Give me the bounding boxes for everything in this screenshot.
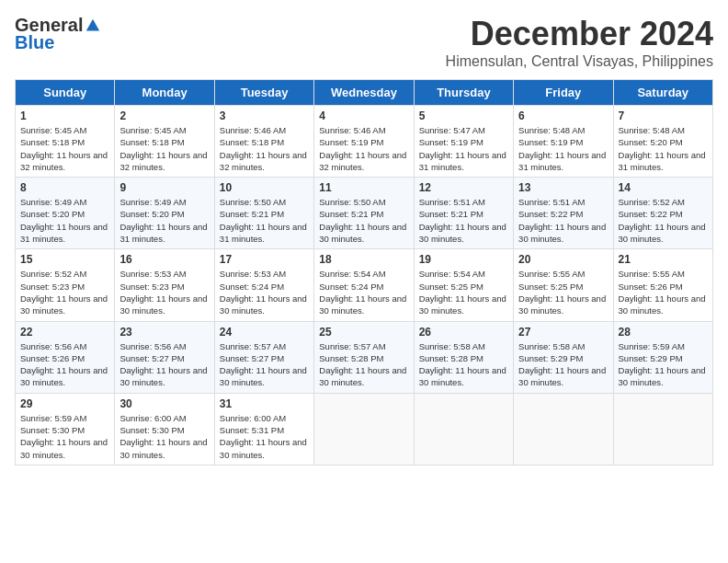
day-info: Sunrise: 5:49 AM Sunset: 5:20 PM Dayligh…: [20, 196, 109, 245]
day-number: 21: [619, 253, 708, 266]
day-info: Sunrise: 5:45 AM Sunset: 5:18 PM Dayligh…: [20, 124, 109, 173]
calendar-cell: 2 Sunrise: 5:45 AM Sunset: 5:18 PM Dayli…: [115, 106, 214, 178]
calendar-cell: 12 Sunrise: 5:51 AM Sunset: 5:21 PM Dayl…: [414, 178, 513, 249]
calendar-cell: [514, 393, 613, 465]
day-info: Sunrise: 5:50 AM Sunset: 5:21 PM Dayligh…: [319, 196, 408, 245]
calendar-cell: 13 Sunrise: 5:51 AM Sunset: 5:22 PM Dayl…: [514, 178, 613, 249]
weekday-header-friday: Friday: [514, 80, 613, 106]
calendar-cell: 9 Sunrise: 5:49 AM Sunset: 5:20 PM Dayli…: [115, 178, 214, 249]
day-number: 24: [220, 326, 309, 339]
weekday-header-sunday: Sunday: [16, 80, 115, 106]
day-info: Sunrise: 5:51 AM Sunset: 5:21 PM Dayligh…: [419, 196, 508, 245]
day-info: Sunrise: 5:52 AM Sunset: 5:22 PM Dayligh…: [619, 196, 708, 245]
calendar-week-5: 29 Sunrise: 5:59 AM Sunset: 5:30 PM Dayl…: [16, 393, 713, 465]
day-number: 8: [20, 181, 109, 194]
calendar-cell: 29 Sunrise: 5:59 AM Sunset: 5:30 PM Dayl…: [16, 393, 115, 465]
logo-icon: [85, 17, 101, 34]
day-number: 19: [419, 253, 508, 266]
day-info: Sunrise: 5:57 AM Sunset: 5:28 PM Dayligh…: [319, 340, 408, 389]
day-info: Sunrise: 5:46 AM Sunset: 5:19 PM Dayligh…: [319, 124, 408, 173]
calendar-cell: [414, 393, 513, 465]
day-info: Sunrise: 5:56 AM Sunset: 5:27 PM Dayligh…: [119, 340, 209, 389]
day-number: 10: [220, 181, 309, 194]
day-number: 13: [518, 181, 608, 194]
calendar-cell: 3 Sunrise: 5:46 AM Sunset: 5:18 PM Dayli…: [214, 106, 313, 178]
day-info: Sunrise: 6:00 AM Sunset: 5:30 PM Dayligh…: [119, 412, 209, 461]
calendar-cell: 21 Sunrise: 5:55 AM Sunset: 5:26 PM Dayl…: [613, 249, 712, 321]
day-info: Sunrise: 5:54 AM Sunset: 5:25 PM Dayligh…: [419, 268, 508, 316]
day-info: Sunrise: 5:46 AM Sunset: 5:18 PM Dayligh…: [220, 124, 309, 173]
calendar-week-3: 15 Sunrise: 5:52 AM Sunset: 5:23 PM Dayl…: [16, 249, 713, 321]
calendar-cell: 30 Sunrise: 6:00 AM Sunset: 5:30 PM Dayl…: [115, 393, 214, 465]
weekday-header-monday: Monday: [115, 80, 214, 106]
day-number: 26: [419, 326, 508, 339]
day-number: 3: [220, 109, 309, 122]
calendar-cell: 22 Sunrise: 5:56 AM Sunset: 5:26 PM Dayl…: [16, 321, 115, 393]
day-number: 7: [619, 109, 708, 122]
day-info: Sunrise: 5:59 AM Sunset: 5:30 PM Dayligh…: [20, 412, 109, 461]
calendar-cell: 31 Sunrise: 6:00 AM Sunset: 5:31 PM Dayl…: [214, 393, 313, 465]
calendar-cell: 15 Sunrise: 5:52 AM Sunset: 5:23 PM Dayl…: [16, 249, 115, 321]
day-number: 30: [119, 397, 209, 410]
day-info: Sunrise: 5:50 AM Sunset: 5:21 PM Dayligh…: [220, 196, 309, 245]
calendar-week-4: 22 Sunrise: 5:56 AM Sunset: 5:26 PM Dayl…: [16, 321, 713, 393]
day-number: 27: [518, 326, 608, 339]
calendar-cell: 28 Sunrise: 5:59 AM Sunset: 5:29 PM Dayl…: [613, 321, 712, 393]
calendar-cell: 14 Sunrise: 5:52 AM Sunset: 5:22 PM Dayl…: [613, 178, 712, 249]
title-area: December 2024 Himensulan, Central Visaya…: [446, 15, 713, 70]
calendar-cell: 11 Sunrise: 5:50 AM Sunset: 5:21 PM Dayl…: [314, 178, 414, 249]
day-info: Sunrise: 5:49 AM Sunset: 5:20 PM Dayligh…: [119, 196, 209, 245]
day-number: 25: [319, 326, 408, 339]
day-info: Sunrise: 5:54 AM Sunset: 5:24 PM Dayligh…: [319, 268, 408, 316]
calendar-cell: [613, 393, 712, 465]
day-number: 23: [119, 326, 209, 339]
svg-marker-0: [86, 18, 99, 30]
calendar-week-2: 8 Sunrise: 5:49 AM Sunset: 5:20 PM Dayli…: [16, 178, 713, 249]
calendar: SundayMondayTuesdayWednesdayThursdayFrid…: [15, 79, 713, 465]
month-title: December 2024: [446, 15, 713, 53]
logo: General Blue: [15, 15, 101, 53]
day-info: Sunrise: 5:59 AM Sunset: 5:29 PM Dayligh…: [619, 340, 708, 389]
calendar-cell: 26 Sunrise: 5:58 AM Sunset: 5:28 PM Dayl…: [414, 321, 513, 393]
weekday-header-row: SundayMondayTuesdayWednesdayThursdayFrid…: [16, 80, 713, 106]
calendar-cell: 16 Sunrise: 5:53 AM Sunset: 5:23 PM Dayl…: [115, 249, 214, 321]
day-number: 2: [119, 109, 209, 122]
day-number: 16: [119, 253, 209, 266]
day-number: 17: [220, 253, 309, 266]
calendar-cell: 6 Sunrise: 5:48 AM Sunset: 5:19 PM Dayli…: [514, 106, 613, 178]
day-info: Sunrise: 5:53 AM Sunset: 5:23 PM Dayligh…: [119, 268, 209, 316]
day-number: 28: [619, 326, 708, 339]
day-number: 20: [518, 253, 608, 266]
day-number: 9: [119, 181, 209, 194]
day-number: 18: [319, 253, 408, 266]
calendar-cell: 20 Sunrise: 5:55 AM Sunset: 5:25 PM Dayl…: [514, 249, 613, 321]
day-number: 31: [220, 397, 309, 410]
calendar-cell: 23 Sunrise: 5:56 AM Sunset: 5:27 PM Dayl…: [115, 321, 214, 393]
calendar-cell: 19 Sunrise: 5:54 AM Sunset: 5:25 PM Dayl…: [414, 249, 513, 321]
day-number: 4: [319, 109, 408, 122]
calendar-cell: [314, 393, 414, 465]
day-info: Sunrise: 5:51 AM Sunset: 5:22 PM Dayligh…: [518, 196, 608, 245]
calendar-cell: 10 Sunrise: 5:50 AM Sunset: 5:21 PM Dayl…: [214, 178, 313, 249]
weekday-header-tuesday: Tuesday: [214, 80, 313, 106]
day-number: 14: [619, 181, 708, 194]
header: General Blue December 2024 Himensulan, C…: [15, 15, 713, 70]
day-info: Sunrise: 5:45 AM Sunset: 5:18 PM Dayligh…: [119, 124, 209, 173]
day-info: Sunrise: 5:58 AM Sunset: 5:29 PM Dayligh…: [518, 340, 608, 389]
day-info: Sunrise: 5:48 AM Sunset: 5:20 PM Dayligh…: [619, 124, 708, 173]
calendar-cell: 7 Sunrise: 5:48 AM Sunset: 5:20 PM Dayli…: [613, 106, 712, 178]
calendar-cell: 18 Sunrise: 5:54 AM Sunset: 5:24 PM Dayl…: [314, 249, 414, 321]
weekday-header-saturday: Saturday: [613, 80, 712, 106]
calendar-cell: 17 Sunrise: 5:53 AM Sunset: 5:24 PM Dayl…: [214, 249, 313, 321]
calendar-cell: 8 Sunrise: 5:49 AM Sunset: 5:20 PM Dayli…: [16, 178, 115, 249]
calendar-body: 1 Sunrise: 5:45 AM Sunset: 5:18 PM Dayli…: [16, 106, 713, 465]
calendar-cell: 27 Sunrise: 5:58 AM Sunset: 5:29 PM Dayl…: [514, 321, 613, 393]
day-info: Sunrise: 6:00 AM Sunset: 5:31 PM Dayligh…: [220, 412, 309, 461]
day-info: Sunrise: 5:47 AM Sunset: 5:19 PM Dayligh…: [419, 124, 508, 173]
day-info: Sunrise: 5:57 AM Sunset: 5:27 PM Dayligh…: [220, 340, 309, 389]
day-number: 22: [20, 326, 109, 339]
day-number: 6: [518, 109, 608, 122]
weekday-header-thursday: Thursday: [414, 80, 513, 106]
day-number: 5: [419, 109, 508, 122]
day-info: Sunrise: 5:55 AM Sunset: 5:26 PM Dayligh…: [619, 268, 708, 316]
